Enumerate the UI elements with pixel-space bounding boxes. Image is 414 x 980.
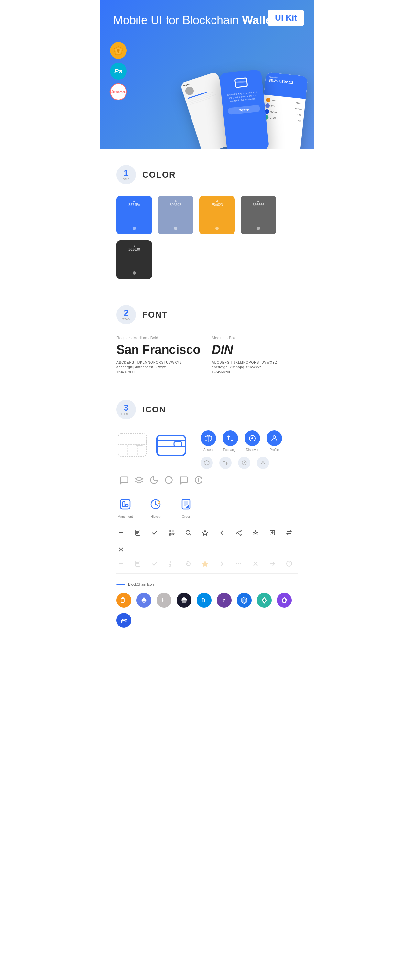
- svg-rect-47: [173, 531, 174, 532]
- management-icon: [116, 495, 134, 513]
- font-title: FONT: [142, 310, 168, 320]
- sf-weights: Regular · Medium · Bold: [116, 336, 202, 340]
- color-swatch-slate: #8DA0C8: [158, 196, 193, 234]
- svg-point-19: [244, 462, 245, 464]
- info-icon: [194, 476, 203, 486]
- chat-icon: [119, 476, 129, 486]
- svg-rect-74: [172, 561, 174, 563]
- svg-text:D: D: [202, 598, 205, 603]
- din-name: DIN: [212, 343, 298, 357]
- nav-icons-group: Assets Exchange: [201, 431, 282, 469]
- svg-point-59: [240, 534, 241, 535]
- icon-section: 3 THREE ICON: [100, 383, 314, 651]
- din-numbers: 1234567890: [212, 370, 298, 374]
- nav-icons-outline-row: [201, 457, 282, 469]
- exchange-nav-icon: Exchange: [223, 431, 238, 452]
- svg-rect-4: [235, 81, 247, 84]
- svg-rect-26: [123, 502, 125, 507]
- font-section: 2 TWO FONT Regular · Medium · Bold San F…: [100, 289, 314, 383]
- exchange-icon-circle: [223, 431, 238, 446]
- svg-point-16: [251, 437, 253, 439]
- qr-icon: [167, 528, 176, 537]
- color-swatch-gray: #666666: [240, 196, 276, 234]
- section-number-1: 1 ONE: [116, 165, 136, 185]
- litecoin-icon: Ł: [156, 593, 171, 608]
- din-lowercase: abcdefghijklmnopqrstuvwxyz: [212, 366, 298, 369]
- star-icon: [201, 528, 210, 537]
- plus-icon: [116, 528, 126, 537]
- star-icon-disabled: [201, 559, 210, 568]
- nav-icons-top-row: Assets Exchange: [201, 431, 282, 452]
- svg-marker-92: [243, 600, 245, 602]
- ui-kit-badge: UI Kit: [268, 10, 304, 26]
- polygon-icon: [277, 593, 292, 608]
- color-swatch-orange: #F5A623: [199, 196, 235, 234]
- history-icon: [147, 495, 164, 513]
- swap-icon: [285, 528, 294, 537]
- qr-icon-disabled: [167, 559, 176, 568]
- din-weights: Medium · Bold: [212, 336, 298, 340]
- svg-line-61: [237, 531, 240, 533]
- discover-icon-outline: [238, 457, 250, 469]
- phone-mockups: Profile Character may be mastered in the…: [184, 71, 307, 149]
- blue-line-bar: [116, 584, 126, 585]
- check-icon: [150, 528, 159, 537]
- discover-nav-icon: Discover: [245, 431, 260, 452]
- icon-section-header: 3 THREE ICON: [116, 400, 298, 419]
- settings-icon: [251, 528, 260, 537]
- svg-rect-73: [169, 561, 171, 563]
- notes-icon: [133, 528, 142, 537]
- comment-icon: [179, 476, 188, 486]
- icon-grid-row: Assets Exchange: [116, 431, 298, 486]
- check-icon-disabled: [150, 559, 159, 568]
- share-icon: [234, 528, 243, 537]
- color-swatch-dark: #303030: [116, 240, 152, 279]
- ethereum-icon: [137, 593, 151, 608]
- color-swatch-blue: #3574FA: [116, 196, 152, 234]
- font-section-header: 2 TWO FONT: [116, 305, 298, 325]
- profile-icon-circle: [266, 431, 282, 446]
- svg-text:Z: Z: [223, 598, 225, 603]
- svg-marker-85: [141, 597, 146, 601]
- extra-icons-top: [119, 476, 203, 486]
- discover-icon-circle: [245, 431, 260, 446]
- dash-icon: D: [197, 593, 212, 608]
- small-icons-row-1: [116, 528, 298, 554]
- exchange-icon-outline: [219, 457, 232, 469]
- svg-rect-6: [118, 439, 146, 445]
- sf-numbers: 1234567890: [116, 370, 202, 374]
- chevron-right-disabled: [217, 559, 226, 568]
- notes-icon-disabled: [133, 559, 142, 568]
- bottom-space: [116, 628, 298, 641]
- plus-icon-disabled: [116, 559, 126, 568]
- network-icon: [237, 593, 252, 608]
- icon-title: ICON: [142, 405, 166, 415]
- section-number-3: 3 THREE: [116, 400, 136, 419]
- wallet-colored-icon: [155, 431, 188, 461]
- svg-line-56: [189, 534, 191, 536]
- font-card-din: Medium · Bold DIN ABCDEFGHIJKLMNOPQRSTUV…: [212, 336, 298, 374]
- hero-section: Mobile UI for Blockchain Wallet UI Kit P…: [100, 0, 314, 149]
- blockchain-label: BlockChain Icon: [128, 582, 154, 586]
- refresh-icon-disabled: [184, 559, 193, 568]
- svg-rect-12: [157, 435, 185, 455]
- svg-point-55: [186, 530, 190, 534]
- search-icon: [184, 528, 193, 537]
- color-swatches: #3574FA #8DA0C8 #F5A623 #666666 #303030: [116, 196, 298, 279]
- svg-rect-14: [174, 442, 182, 446]
- ps-badge: Ps: [110, 63, 127, 80]
- font-card-sf: Regular · Medium · Bold San Francisco AB…: [116, 336, 202, 374]
- kyber-icon: [257, 593, 272, 608]
- sf-name: San Francisco: [116, 343, 202, 357]
- blockchain-label-row: BlockChain Icon: [116, 582, 154, 586]
- svg-point-58: [240, 530, 241, 531]
- profile-icon-outline: [257, 457, 269, 469]
- dots-icon-disabled: [234, 559, 243, 568]
- sf-lowercase: abcdefghijklmnopqrstuvwxyz: [116, 366, 202, 369]
- hero-title-text: Mobile UI for Blockchain: [113, 14, 242, 27]
- management-icon-item: Mangment: [116, 495, 134, 519]
- color-section: 1 ONE COLOR #3574FA #8DA0C8 #F5A623 #666…: [100, 149, 314, 289]
- badge-icons: Ps 60+Screens: [110, 42, 127, 100]
- svg-line-62: [237, 533, 240, 535]
- svg-point-20: [262, 461, 264, 463]
